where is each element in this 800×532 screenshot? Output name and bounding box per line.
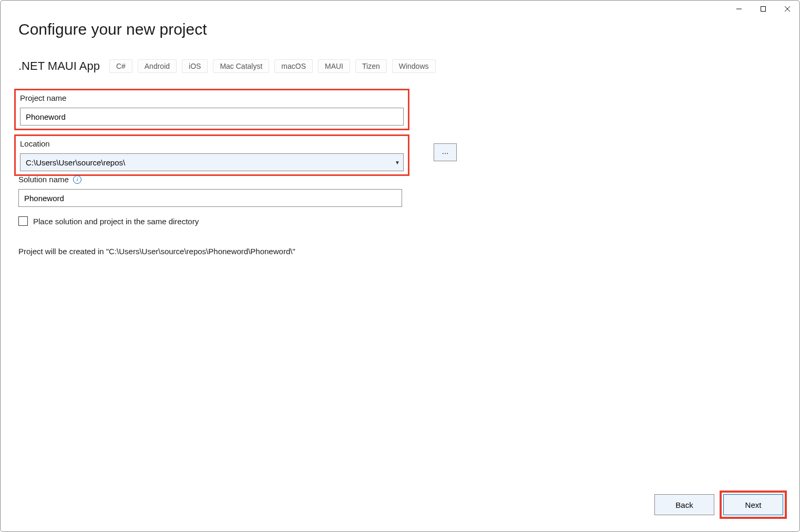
template-name: .NET MAUI App <box>18 59 100 73</box>
tag-mac-catalyst: Mac Catalyst <box>213 59 269 73</box>
solution-name-input[interactable] <box>18 189 402 207</box>
project-path-info: Project will be created in "C:\Users\Use… <box>18 247 782 256</box>
same-directory-checkbox[interactable] <box>18 216 28 226</box>
same-directory-label: Place solution and project in the same d… <box>33 217 199 226</box>
location-row: C:\Users\User\source\repos\ ▼ <box>20 153 404 171</box>
location-value: C:\Users\User\source\repos\ <box>26 158 395 167</box>
footer-buttons: Back Next <box>654 491 787 519</box>
tag-macos: macOS <box>274 59 313 73</box>
next-button[interactable]: Next <box>723 494 783 515</box>
back-button[interactable]: Back <box>654 494 714 515</box>
minimize-button[interactable] <box>727 1 751 17</box>
tag-android: Android <box>138 59 177 73</box>
solution-name-label-text: Solution name <box>18 175 69 184</box>
highlight-location: Location C:\Users\User\source\repos\ ▼ <box>14 134 409 176</box>
minimize-icon <box>736 6 742 12</box>
location-group: Location C:\Users\User\source\repos\ ▼ <box>20 139 404 171</box>
location-label: Location <box>20 139 404 148</box>
browse-button[interactable]: ... <box>434 143 457 161</box>
same-directory-row: Place solution and project in the same d… <box>18 216 782 226</box>
tag-tizen: Tizen <box>355 59 387 73</box>
project-name-input[interactable] <box>20 108 404 126</box>
highlight-project-name: Project name <box>14 89 409 130</box>
svg-rect-1 <box>761 7 766 12</box>
highlight-next: Next <box>720 491 787 519</box>
close-icon <box>784 6 791 12</box>
main-content: Configure your new project .NET MAUI App… <box>1 1 799 256</box>
close-button[interactable] <box>775 1 799 17</box>
page-title: Configure your new project <box>18 20 782 38</box>
maximize-button[interactable] <box>751 1 775 17</box>
project-name-label: Project name <box>20 93 404 102</box>
solution-name-label: Solution name i <box>18 175 782 184</box>
tag-windows: Windows <box>392 59 436 73</box>
tag-list: C# Android iOS Mac Catalyst macOS MAUI T… <box>109 59 436 73</box>
template-header: .NET MAUI App C# Android iOS Mac Catalys… <box>18 59 782 73</box>
tag-csharp: C# <box>109 59 132 73</box>
tag-ios: iOS <box>182 59 208 73</box>
info-icon[interactable]: i <box>73 175 81 184</box>
solution-name-group: Solution name i <box>18 175 782 207</box>
maximize-icon <box>760 6 766 12</box>
browse-wrapper: ... <box>434 143 457 161</box>
tag-maui: MAUI <box>318 59 350 73</box>
window-titlebar <box>727 1 799 17</box>
chevron-down-icon: ▼ <box>395 160 400 165</box>
project-name-group: Project name <box>20 93 404 126</box>
location-combobox[interactable]: C:\Users\User\source\repos\ ▼ <box>20 153 404 171</box>
